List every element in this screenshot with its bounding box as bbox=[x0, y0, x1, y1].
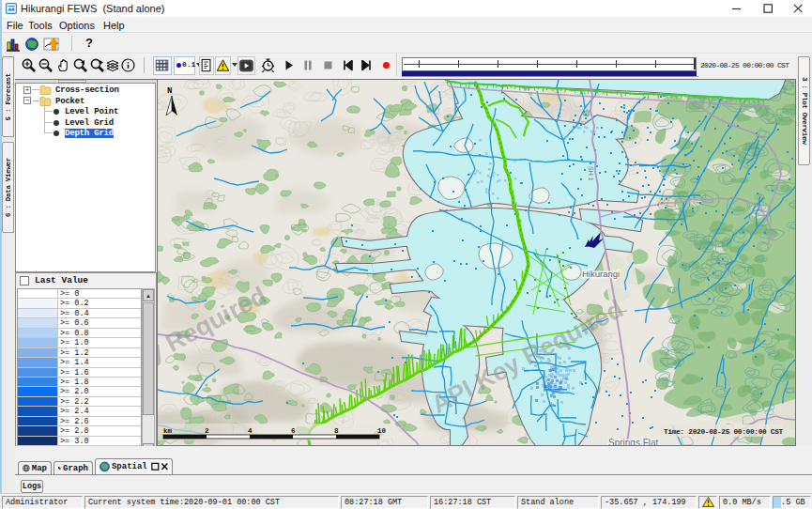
svg-text:SH 1: SH 1 bbox=[588, 166, 594, 181]
svg-text:10: 10 bbox=[377, 427, 387, 435]
svg-text:Springs Flat: Springs Flat bbox=[608, 438, 659, 445]
svg-text:8: 8 bbox=[334, 427, 339, 435]
svg-text:4: 4 bbox=[248, 427, 253, 435]
svg-text:6: 6 bbox=[291, 427, 296, 435]
svg-text:Hikurangi: Hikurangi bbox=[582, 269, 620, 279]
svg-text:Time: 2020-08-25 00:00:00 CST: Time: 2020-08-25 00:00:00 CST bbox=[664, 428, 784, 436]
svg-text:2: 2 bbox=[205, 427, 209, 435]
svg-text:km: km bbox=[163, 427, 173, 435]
svg-text:N: N bbox=[167, 86, 172, 96]
